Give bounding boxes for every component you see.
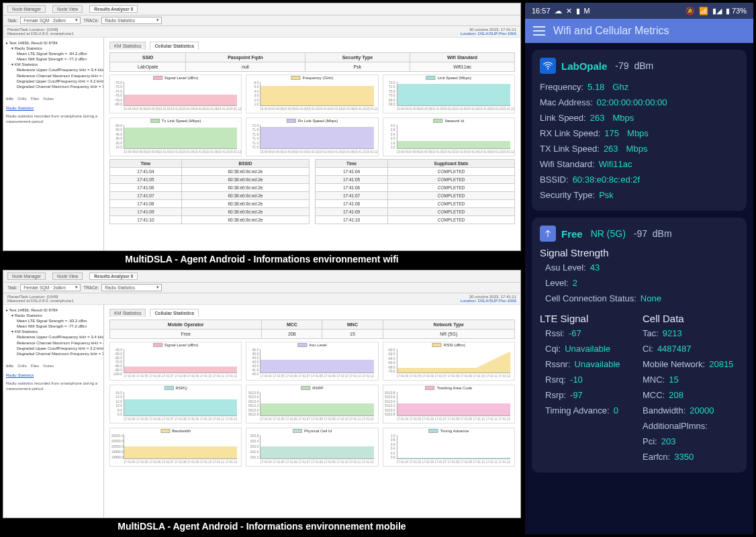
metric-row: Earfcn:3350 [643, 449, 739, 465]
radio-stats-link[interactable]: Radio Statistics [6, 105, 101, 111]
metric-row: MNC:15 [643, 372, 739, 387]
chart-rssi-dbm-: RSSI (dBm)-60.0-62.0-64.0-66.0-68.0-70.0… [383, 342, 515, 381]
m-icon: M [584, 7, 590, 15]
chart-timing-advance: Timing Advance1.00.80.60.40.20.017:41:04… [383, 428, 515, 467]
sim-icon: ▮ [576, 7, 580, 15]
metric-row: Cqi:Unavailable [545, 341, 636, 356]
wifi-card: LabOpale -79 dBm Frequency:5.18GhzMac Ad… [532, 50, 747, 211]
signal-icon: ▮◢ [712, 7, 722, 15]
wifi-info-table: SSIDPasspoint FqdnSecurity TypeWifi Stan… [109, 52, 515, 72]
meta-device: Measured at DSLA 8.0; smartphone1 [7, 32, 74, 36]
signal-strength-title: Signal Strength [540, 247, 739, 258]
metric-row: Link Speed:263Mbps [540, 110, 739, 126]
chart-tracking-area-code: Tracking Area Code9213.89213.69213.49213… [383, 385, 515, 424]
chart-rx-link-speed-mbps-: Rx Link Speed (Mbps)72.071.871.671.471.2… [246, 117, 378, 156]
metric-row: Rsrp:-97 [545, 387, 636, 403]
subtab-km[interactable]: KM Statistics [109, 309, 146, 317]
multidsla-wifi-panel: Node Manager Node View Results Analyser … [3, 3, 521, 267]
chart-network-id: Network Id3.02.82.42.01.61.015:40:5415:4… [383, 117, 515, 156]
metric-row: Mac Address:02:00:00:00:00:00 [540, 95, 739, 110]
subtab-cellular[interactable]: Cellular Statistics [150, 309, 199, 317]
cell-tech: NR (5G) [591, 228, 626, 239]
status-time: 16:57 [532, 7, 551, 15]
subtab-km[interactable]: KM Statistics [109, 42, 146, 50]
tab-node-manager[interactable]: Node Manager [7, 273, 46, 280]
hamburger-icon[interactable] [533, 26, 545, 36]
chart-asu-level: Asu Level46.045.044.043.042.041.040.017:… [246, 342, 378, 381]
chart-link-speed-mbps-: Link Speed (Mbps)72.071.070.570.069.569.… [383, 75, 515, 113]
chart-signal-level-dbm-: Signal Level (dBm)-40.0-50.0-60.0-70.0-8… [109, 342, 242, 381]
chart-tx-link-speed-mbps-: Tx Link Speed (Mbps)60.050.040.030.020.0… [109, 117, 242, 156]
metric-row: Level:2 [545, 275, 739, 291]
battery-text: ▮ 73% [726, 7, 747, 15]
mute-icon: 🔕 [686, 7, 695, 15]
chart-frequency-ghz-: Frequency (GHz)6.05.04.03.02.01.015:40:5… [246, 75, 378, 113]
metric-row: Frequency:5.18Ghz [540, 79, 739, 95]
metric-row: BSSID:60:38:e0:8c:ed:2f [540, 172, 739, 187]
tab-node-manager[interactable]: Node Manager [7, 5, 46, 13]
metric-row: MCC:208 [643, 387, 739, 403]
tab-node-view[interactable]: Node View [52, 5, 83, 13]
metric-row: Ci:4487487 [643, 341, 739, 356]
metric-row: Wifi Standard:Wifi11ac [540, 156, 739, 172]
metric-row: Cell Connection Status:None [545, 291, 739, 306]
trace-dropdown[interactable]: Radio Statistics [101, 17, 162, 24]
chart-signal-level-dbm-: Signal Level (dBm)-70.0-72.0-74.0-76.0-7… [109, 75, 242, 113]
task-label: Task: [7, 18, 17, 23]
metric-row: Security Type:Psk [540, 187, 739, 203]
meta-loc-link[interactable]: Location: DSLA/SUP-Pac-1066 [461, 32, 516, 36]
wifi-icon [540, 58, 556, 74]
wifi-supplicant-table: TimeSupplicant State17:41:04COMPLETED17:… [315, 159, 515, 224]
metric-row: Rssnr:Unavailable [545, 356, 636, 372]
status-bar: 16:57 ☁ ✕ ▮ M 🔕 📶 ▮◢ ▮ 73% [525, 3, 753, 19]
trace-dropdown[interactable]: Radio Statistics [101, 284, 162, 291]
trace-label: TRACe: [83, 18, 99, 23]
metric-row: Tac:9213 [643, 326, 739, 341]
task-dropdown[interactable]: Female SQM · 2s8km [20, 17, 81, 24]
chart-bandwidth: Bandwidth20001.020000.520000.019999.5199… [109, 428, 242, 467]
window-tabs: Node Manager Node View Results Analyser … [3, 3, 520, 15]
chart-physical-cell-id: Physical Cell Id203.8203.4203.0202.6202.… [246, 428, 378, 467]
metric-row: Rssi:-67 [545, 326, 636, 341]
wifi-bssid-table: TimeBSSID17:41:0460:38:e0:8c:ed:2e17:41:… [109, 159, 310, 224]
android-phone: 16:57 ☁ ✕ ▮ M 🔕 📶 ▮◢ ▮ 73% Wifi and Cell… [525, 3, 753, 534]
wifi-ssid: LabOpale [561, 60, 607, 72]
wifi-signal: -79 dBm [615, 60, 653, 71]
chart-rsrq: RSRQ16.014.012.010.08.06.017:41:0417:41:… [109, 385, 242, 424]
metric-row: Bandwidth:20000 [643, 403, 739, 418]
cell-info-table: Mobile OperatorMCCMNCNetwork Type Free20… [109, 320, 515, 339]
svg-point-0 [547, 68, 549, 70]
tab-results-analyser[interactable]: Results Analyser II [89, 273, 138, 280]
result-tree[interactable]: ▸ Test 14836, Result ID 8784▾ Radio Stat… [3, 305, 104, 518]
caption-cellular: MultiDSLA - Agent Android - Informations… [3, 518, 521, 534]
metric-row: Timing Advance:0 [545, 403, 636, 418]
metric-row: Rsrq:-10 [545, 372, 636, 387]
cell-operator: Free [561, 228, 583, 240]
app-bar: Wifi and Cellular Metrics [525, 19, 753, 43]
cellular-card: Free NR (5G) -97 dBm Signal Strength Asu… [532, 217, 747, 473]
tab-node-view[interactable]: Node View [52, 273, 83, 280]
wifi-icon: 📶 [699, 7, 708, 15]
cell-signal: -97 dBm [634, 228, 672, 239]
tab-results-analyser[interactable]: Results Analyser II [89, 5, 138, 13]
task-dropdown[interactable]: Female SQM · 2s8km [20, 284, 81, 291]
metric-row: Mobile Network:20815 [643, 356, 739, 372]
lte-signal-title: LTE Signal [540, 313, 636, 324]
subtab-cellular[interactable]: Cellular Statistics [150, 42, 199, 50]
tools-icon: ✕ [566, 7, 572, 15]
antenna-icon [540, 226, 556, 242]
app-title: Wifi and Cellular Metrics [553, 25, 669, 37]
metric-row: TX Link Speed:263Mbps [540, 141, 739, 156]
cell-data-title: Cell Data [643, 313, 739, 324]
chart-rsrp: RSRP9213.89213.69213.49213.29213.09212.8… [246, 385, 378, 424]
radio-stats-link[interactable]: Radio Statistics [6, 373, 101, 378]
multidsla-cellular-panel: Node Manager Node View Results Analyser … [3, 270, 521, 534]
metric-row: Pci:203 [643, 434, 739, 449]
metric-row: Asu Level:43 [545, 260, 739, 275]
metric-row: AdditionalPlmns: [643, 418, 739, 434]
caption-wifi: MultiDSLA - Agent Android - Informations… [3, 251, 521, 267]
cloud-icon: ☁ [555, 7, 562, 15]
result-tree[interactable]: ▸ Test 14836, Result ID 8784▾ Radio Stat… [3, 38, 104, 250]
metric-row: RX Link Speed:175Mbps [540, 126, 739, 141]
